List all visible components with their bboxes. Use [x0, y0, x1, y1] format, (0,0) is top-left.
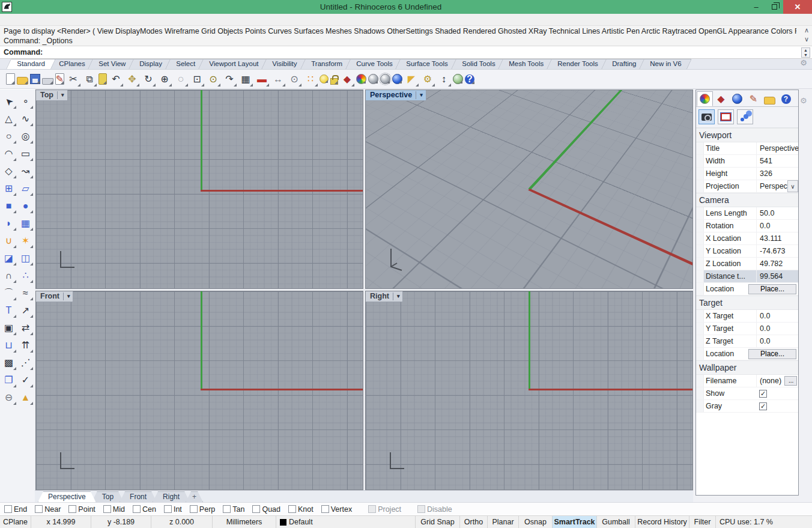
osnap-int-checkbox[interactable]: Int	[164, 505, 182, 514]
viewport-title-front[interactable]: Front ▾	[36, 291, 73, 302]
freeform-curve-tool[interactable]: ↝	[17, 163, 34, 179]
row-rotation[interactable]: Rotation 0.0 0.0 ∨ ... ✓	[696, 220, 798, 232]
mirror-tool[interactable]: ⇄	[17, 320, 34, 336]
row-target-location[interactable]: Location Place... Place... ∨ ... ✓	[696, 348, 798, 360]
lightbulb-icon[interactable]	[320, 74, 329, 83]
place-button[interactable]: Place...	[748, 349, 796, 359]
row-lens-length[interactable]: Lens Length 50.0 50.0 ∨ ... ✓	[696, 207, 798, 220]
explode-tool[interactable]: ✶	[17, 232, 34, 249]
osnap-checkbox[interactable]	[68, 505, 76, 513]
vptab-top[interactable]: Top	[92, 491, 124, 502]
history-scroll-up-icon[interactable]: ∧	[804, 26, 809, 35]
status-smarttrack-toggle[interactable]: SmartTrack	[553, 516, 597, 528]
osnap-checkbox[interactable]	[35, 505, 43, 513]
viewport-front[interactable]: Front ▾	[35, 291, 363, 490]
osnap-checkbox[interactable]	[417, 505, 425, 513]
row-gray[interactable]: Gray ∨ ... ✓	[696, 400, 798, 413]
row-camera-location[interactable]: Location Place... Place... ∨ ... ✓	[696, 283, 798, 296]
camera-properties-button[interactable]	[698, 109, 715, 124]
row-height[interactable]: Height 326 326 ∨ ... ✓	[696, 168, 798, 180]
tab-standard[interactable]: Standard	[6, 59, 56, 69]
tab-surface-tools[interactable]: Surface Tools	[395, 59, 458, 69]
vptab-front[interactable]: Front	[120, 491, 157, 502]
command-spinner[interactable]: ▲ ▼	[801, 47, 810, 58]
osnap-checkbox[interactable]	[133, 505, 141, 513]
place-button[interactable]: Place...	[748, 284, 796, 294]
section-target[interactable]: Target ∨ ... ✓	[696, 296, 798, 310]
row-projection[interactable]: Projection Perspective Perspective ∨ ...…	[696, 180, 798, 193]
viewport-menu-arrow-icon[interactable]: ▾	[420, 92, 423, 98]
minimize-button[interactable]: –	[747, 0, 765, 14]
section-wallpaper[interactable]: Wallpaper ∨ ... ✓	[696, 360, 798, 375]
tab-solid-tools[interactable]: Solid Tools	[451, 59, 506, 69]
shaded-view-icon[interactable]	[368, 74, 378, 84]
viewport-title-right[interactable]: Right ▾	[366, 291, 403, 302]
help-icon[interactable]: ?	[465, 74, 474, 84]
osnap-tan-checkbox[interactable]: Tan	[223, 505, 244, 514]
osnap-checkbox[interactable]	[103, 505, 111, 513]
osnap-cen-checkbox[interactable]: Cen	[133, 505, 156, 514]
properties-tab[interactable]	[697, 91, 713, 106]
status-record-history-toggle[interactable]: Record History	[635, 516, 689, 528]
tab-transform[interactable]: Transform	[300, 59, 353, 69]
osnap-quad-checkbox[interactable]: Quad	[252, 505, 280, 514]
array-tool[interactable]: ▩	[1, 354, 17, 371]
notes-tab[interactable]: ✎	[745, 91, 762, 106]
dimension-icon[interactable]: ↕	[437, 72, 451, 86]
tab-render-tools[interactable]: Render Tools	[547, 59, 608, 69]
save-file-icon[interactable]	[30, 74, 40, 84]
circle-center-icon[interactable]: ⊙	[287, 72, 301, 86]
tab-curve-tools[interactable]: Curve Tools	[345, 59, 403, 69]
surface-patch-tool[interactable]: ▱	[17, 180, 34, 196]
rendered-view-icon[interactable]	[392, 74, 402, 84]
status-gumball-toggle[interactable]: Gumball	[597, 516, 635, 528]
osnap-mid-checkbox[interactable]: Mid	[103, 505, 125, 514]
row-x-location[interactable]: X Location 43.111 43.111 ∨ ... ✓	[696, 232, 798, 245]
tab-mesh-tools[interactable]: Mesh Tools	[498, 59, 554, 69]
checkbox[interactable]: ✓	[759, 402, 767, 410]
copy-icon[interactable]: ⧉	[82, 72, 97, 86]
sphere-tool[interactable]: ●	[17, 198, 34, 214]
curve-boolean-tool[interactable]: ∩	[1, 267, 17, 284]
mesh-tool[interactable]: ▦	[17, 215, 34, 231]
status-ortho-toggle[interactable]: Ortho	[460, 516, 488, 528]
color-wheel-icon[interactable]	[356, 74, 366, 84]
zoom-window-icon[interactable]: ⊡	[190, 72, 204, 86]
control-point-curve-tool[interactable]: ∿	[17, 111, 34, 127]
status-filter-toggle[interactable]: Filter	[689, 516, 716, 528]
osnap-vertex-checkbox[interactable]: Vertex	[321, 505, 352, 514]
viewport-frame-button[interactable]	[718, 109, 734, 124]
extrude-tool[interactable]: ⇈	[17, 337, 34, 353]
rectangle-tool[interactable]: ▭	[17, 145, 34, 162]
rotate-view-icon[interactable]: ↻	[141, 72, 156, 86]
osnap-near-checkbox[interactable]: Near	[35, 505, 61, 514]
status-layer-button[interactable]: Default	[276, 516, 416, 528]
array-along-curve-tool[interactable]: ⋰	[17, 354, 34, 371]
paste-icon[interactable]	[98, 73, 107, 85]
polyline-tool[interactable]: △	[1, 111, 17, 127]
status-x-readout[interactable]: x 14.999	[31, 516, 91, 528]
viewport-menu-arrow-icon[interactable]: ▾	[61, 92, 64, 98]
document-properties-icon[interactable]: ✎	[55, 73, 64, 85]
viewport-title-perspective[interactable]: Perspective ▾	[366, 90, 426, 101]
osnap-point-checkbox[interactable]: Point	[68, 505, 95, 514]
row-x-target[interactable]: X Target 0.0 0.0 ∨ ... ✓	[696, 310, 798, 323]
pan-icon[interactable]: ✥	[125, 72, 139, 86]
new-file-icon[interactable]	[6, 73, 15, 85]
box-tool[interactable]: ■	[1, 198, 17, 214]
browse-button[interactable]: ...	[784, 376, 797, 386]
trim-tool[interactable]: ◪	[1, 250, 17, 266]
section-camera[interactable]: Camera ∨ ... ✓	[696, 193, 798, 207]
distance-icon[interactable]: ↔	[271, 72, 285, 86]
status-planar-toggle[interactable]: Planar	[488, 516, 519, 528]
close-button[interactable]: ✕	[783, 0, 812, 14]
rendering-tab[interactable]	[729, 91, 745, 106]
display-mode-icon[interactable]: ◆	[340, 72, 354, 86]
tab-new-in-v6[interactable]: New in V6	[639, 59, 692, 69]
viewport-top[interactable]: Top ▾	[35, 90, 363, 289]
osnap-perp-checkbox[interactable]: Perp	[190, 505, 215, 514]
open-file-icon[interactable]	[17, 77, 28, 85]
status-z-readout[interactable]: z 0.000	[151, 516, 213, 528]
tab-viewport-layout[interactable]: Viewport Layout	[198, 59, 269, 69]
options-gear-icon[interactable]: ⚙	[420, 72, 435, 86]
